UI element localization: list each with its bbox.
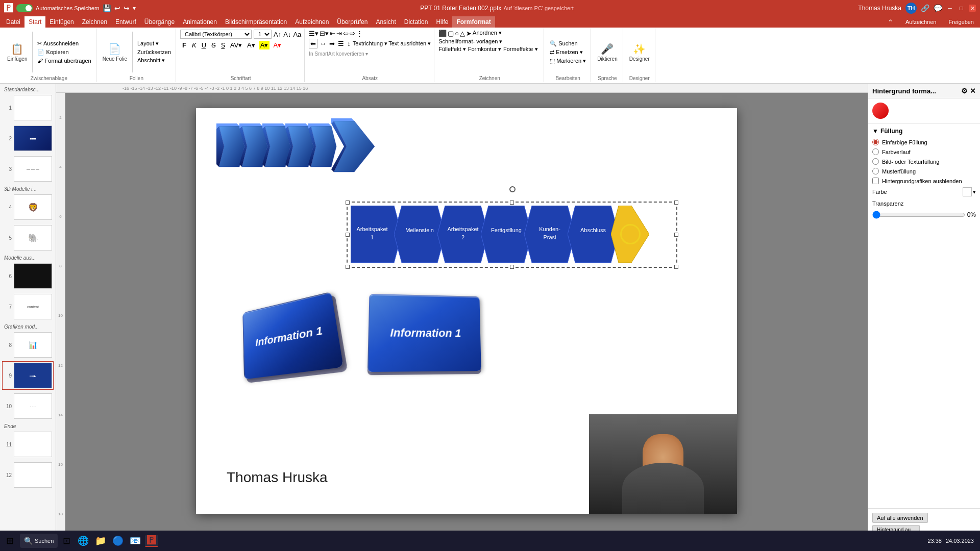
- layout-btn[interactable]: Layout ▾: [136, 40, 173, 47]
- designer-btn[interactable]: ✨ Designer: [627, 42, 652, 63]
- apply-all-btn[interactable]: Auf alle anwenden: [872, 513, 928, 523]
- slide-item-5[interactable]: 5 🐘: [2, 223, 54, 252]
- line-spacing-btn[interactable]: ↕: [346, 39, 352, 48]
- slide-item-4[interactable]: 4 🦁: [2, 193, 54, 221]
- slide-item-1[interactable]: 1: [2, 93, 54, 122]
- align-left-btn[interactable]: ⬅: [309, 39, 317, 48]
- outlook-icon[interactable]: 📧: [128, 535, 143, 546]
- decrease-size-btn[interactable]: A↓: [283, 31, 291, 38]
- strikethrough-btn[interactable]: S: [210, 41, 217, 49]
- fill-effect-btn[interactable]: Fülleffekt ▾: [438, 46, 466, 53]
- arrange-btn[interactable]: Anordnen ▾: [473, 30, 502, 37]
- explorer-icon[interactable]: 📁: [93, 535, 108, 546]
- italic-btn[interactable]: K: [190, 41, 198, 49]
- ltr-btn[interactable]: ⇨: [350, 30, 355, 37]
- font-size-select[interactable]: 12: [254, 30, 272, 39]
- menu-bildschirm[interactable]: Bildschirmpräsentation: [221, 16, 291, 28]
- slide-item-6[interactable]: 6: [2, 262, 54, 290]
- justify-btn[interactable]: ☰: [337, 39, 345, 48]
- menu-uebergaenge[interactable]: Übergänge: [140, 16, 179, 28]
- smartart-btn[interactable]: In SmartArt konvertieren ▾: [309, 51, 368, 57]
- minimize-btn[interactable]: ─: [946, 5, 953, 12]
- menu-zeichnen[interactable]: Zeichnen: [78, 16, 111, 28]
- checkbox-hintergrund[interactable]: [872, 178, 879, 184]
- shape-rounded-btn[interactable]: ▢: [448, 30, 454, 37]
- slide-item-10[interactable]: 10 - - -: [2, 392, 54, 420]
- redo-icon[interactable]: ↪: [124, 4, 130, 12]
- indent-decrease-btn[interactable]: ⇤: [330, 30, 335, 37]
- autosave-toggle[interactable]: [16, 4, 33, 12]
- right-panel-close-icon[interactable]: ✕: [970, 87, 976, 95]
- slide-item-3[interactable]: 3 — — —: [2, 155, 54, 183]
- font-family-select[interactable]: Calibri (Textkörper): [180, 30, 252, 39]
- menu-datei[interactable]: Datei: [2, 16, 24, 28]
- handle-ml[interactable]: [346, 233, 350, 237]
- process-flow-container[interactable]: Arbeitspaket 1 Meilenstein: [347, 202, 678, 286]
- ribbon-collapse-icon[interactable]: ⌃: [884, 16, 897, 28]
- outline-btn[interactable]: Formkontur ▾: [468, 46, 501, 53]
- slide-canvas[interactable]: Arbeitspaket 1 Meilenstein: [196, 108, 737, 514]
- menu-start[interactable]: Start: [24, 16, 45, 28]
- canvas-area[interactable]: Arbeitspaket 1 Meilenstein: [65, 93, 868, 539]
- rotate-handle[interactable]: [509, 186, 516, 192]
- info-block-tilted[interactable]: Information 1: [237, 299, 336, 373]
- menu-aufzeichnen[interactable]: Aufzeichnen: [291, 16, 333, 28]
- text-color-btn[interactable]: A▾: [272, 41, 283, 49]
- start-menu-icon[interactable]: ⊞: [2, 535, 18, 546]
- shape-arrow-btn[interactable]: ➤: [466, 30, 472, 37]
- columns-btn[interactable]: ⋮: [356, 30, 363, 37]
- diktieren-btn[interactable]: 🎤 Diktieren: [595, 42, 619, 63]
- highlight-btn[interactable]: A▾: [259, 41, 270, 49]
- share-icon[interactable]: 🔗: [921, 4, 929, 12]
- comments-icon[interactable]: 💬: [934, 4, 942, 12]
- handle-tr[interactable]: [674, 201, 678, 205]
- abschnitt-btn[interactable]: Abschnitt ▾: [136, 57, 173, 64]
- search-taskbar-icon[interactable]: 🔍 Suchen: [20, 534, 58, 548]
- font-color-btn[interactable]: A▾: [246, 41, 257, 49]
- menu-animationen[interactable]: Animationen: [179, 16, 221, 28]
- farbe-color-btn[interactable]: [963, 187, 972, 196]
- suchen-btn[interactable]: 🔍 Suchen: [548, 40, 587, 47]
- bold-btn[interactable]: F: [180, 40, 188, 50]
- increase-size-btn[interactable]: A↑: [274, 31, 281, 38]
- handle-bm[interactable]: [510, 265, 514, 269]
- handle-tl[interactable]: [346, 201, 350, 205]
- align-right-btn[interactable]: ➡: [328, 39, 336, 48]
- einfuegen-btn[interactable]: 📋 Einfügen: [5, 42, 29, 63]
- color-picker-swatch[interactable]: [872, 103, 889, 119]
- indent-increase-btn[interactable]: ⇥: [336, 30, 342, 37]
- align-center-btn[interactable]: ↔: [318, 39, 327, 48]
- slide-item-8[interactable]: 8 📊: [2, 331, 54, 359]
- list-unordered-btn[interactable]: ☰▾: [309, 30, 318, 37]
- edge-icon[interactable]: 🌐: [76, 535, 91, 546]
- ausschneiden-btn[interactable]: ✂ Ausschneiden: [36, 40, 92, 47]
- radio-farbverlauf[interactable]: [872, 148, 879, 155]
- transparenz-slider[interactable]: [872, 211, 965, 219]
- underline-btn[interactable]: U: [200, 41, 208, 49]
- list-ordered-btn[interactable]: ⊟▾: [320, 30, 329, 37]
- right-panel-settings-icon[interactable]: ⚙: [961, 87, 968, 95]
- menu-entwurf[interactable]: Entwurf: [111, 16, 140, 28]
- shape-rect-btn[interactable]: ⬛: [438, 30, 447, 37]
- menu-ansicht[interactable]: Ansicht: [372, 16, 400, 28]
- section-header-fuellung[interactable]: ▼ Füllung: [872, 128, 976, 135]
- ersetzen-btn[interactable]: ⇄ Ersetzen ▾: [548, 48, 587, 56]
- slide-item-11[interactable]: 11: [2, 430, 54, 459]
- markieren-btn[interactable]: ⬚ Markieren ▾: [548, 57, 587, 65]
- slide-item-7[interactable]: 7 content: [2, 292, 54, 321]
- chrome-icon[interactable]: 🔵: [110, 535, 126, 546]
- handle-bl[interactable]: [346, 265, 350, 269]
- slide-item-12[interactable]: 12: [2, 461, 54, 489]
- text-direction-btn[interactable]: Textrichtung ▾: [353, 40, 387, 47]
- close-btn[interactable]: ✕: [969, 5, 976, 12]
- process-arrow-final[interactable]: [611, 206, 649, 263]
- slide-item-9[interactable]: 9 ▪▪▪▪▶: [2, 361, 54, 390]
- menu-ueberpruefen[interactable]: Überprüfen: [333, 16, 372, 28]
- shape-triangle-btn[interactable]: △: [460, 30, 465, 37]
- menu-hilfe[interactable]: Hilfe: [432, 16, 452, 28]
- text-align-btn[interactable]: Text ausrichten ▾: [388, 40, 431, 47]
- info-block-flat[interactable]: Information 1: [370, 294, 482, 371]
- neue-folie-btn[interactable]: 📄 Neue Folie: [101, 42, 129, 63]
- taskview-icon[interactable]: ⊡: [60, 535, 74, 546]
- handle-mr[interactable]: [674, 233, 678, 237]
